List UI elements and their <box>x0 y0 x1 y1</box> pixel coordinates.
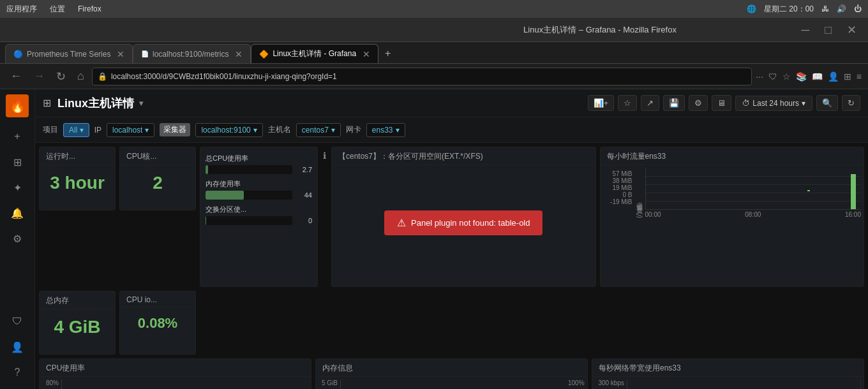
bar-value-cpu: 2.7 <box>296 166 312 173</box>
minimize-button[interactable]: ─ <box>797 23 813 37</box>
network-caret: ▾ <box>396 126 400 135</box>
chart-body-network: 00:00 08:00 16:00 <box>645 168 862 218</box>
panel-net-bw-title: 每秒网络带宽使用ens33 <box>592 359 864 377</box>
ip-label: IP <box>94 126 101 135</box>
zoom-button[interactable]: 🔍 <box>816 95 838 111</box>
tab-grafana[interactable]: 🔶 Linux主机详情 - Grafana ✕ <box>251 44 378 63</box>
back-button[interactable]: ← <box>6 68 26 84</box>
os-time: 星期二 20：00 <box>764 4 814 15</box>
os-browser[interactable]: Firefox <box>78 4 101 13</box>
os-apps[interactable]: 应用程序 <box>6 4 37 15</box>
more-icon[interactable]: ··· <box>756 71 763 82</box>
forward-button[interactable]: → <box>29 68 49 84</box>
bar-fill-mem <box>206 191 244 200</box>
sidebar-item-settings[interactable]: ⚙ <box>6 227 29 250</box>
tab-label-3: Linux主机详情 - Grafana <box>273 48 356 59</box>
sidebar-item-user[interactable]: 👤 <box>6 335 29 358</box>
net-bw-chart-area: 300 kbps 200 kbps <box>592 377 864 389</box>
sidebar-item-help[interactable]: ? <box>6 361 29 384</box>
sidebar-item-add[interactable]: + <box>6 125 29 148</box>
new-tab-button[interactable]: + <box>378 44 397 63</box>
hostname-select[interactable]: centos7 ▾ <box>296 123 341 137</box>
panel-cpu-title: CPU核... <box>120 147 195 165</box>
reader-icon[interactable]: 📖 <box>812 71 823 82</box>
y-label-38: 38 MiB <box>603 177 632 184</box>
panel-bars: 总CPU使用率 2.7 内存使用率 <box>200 147 318 287</box>
bookmark-icon[interactable]: ☆ <box>782 71 791 82</box>
nav-extras: ··· 🛡 ☆ 📚 📖 👤 ⊞ ≡ <box>756 71 862 82</box>
lock-icon: 🔒 <box>98 72 107 81</box>
os-bar-left: 应用程序 位置 Firefox <box>6 4 101 15</box>
network-bar-spike <box>851 174 856 209</box>
account-icon[interactable]: 👤 <box>828 71 839 82</box>
sidebar-item-explore[interactable]: ✦ <box>6 176 29 199</box>
extensions-icon[interactable]: ⊞ <box>844 71 851 82</box>
uptime-value: 3 hour <box>50 173 105 193</box>
refresh-dashboard-button[interactable]: ↻ <box>842 95 860 111</box>
os-location[interactable]: 位置 <box>50 4 65 15</box>
home-button[interactable]: ⌂ <box>73 68 88 84</box>
net-bw-y-axis: 300 kbps 200 kbps <box>595 379 627 389</box>
save-button[interactable]: 💾 <box>663 95 685 111</box>
tab-metrics[interactable]: 📄 localhost:9100/metrics ✕ <box>133 44 251 63</box>
project-select[interactable]: All ▾ <box>63 123 89 137</box>
tab-label-1: Prometheus Time Series <box>27 50 110 59</box>
dashboard-grid-icon: ⊞ <box>43 97 51 109</box>
lib-icon[interactable]: 📚 <box>796 71 807 82</box>
cpu-chart-body <box>61 379 308 389</box>
restore-button[interactable]: □ <box>821 23 835 37</box>
os-volume-icon: 🔊 <box>837 4 846 13</box>
tab-close-2[interactable]: ✕ <box>235 49 243 59</box>
ip-select[interactable]: localhost ▾ <box>107 123 154 137</box>
x-label-16: 16:00 <box>845 211 861 218</box>
network-bar-small <box>807 190 810 191</box>
dashboard-title: Linux主机详情 ▾ <box>57 96 143 111</box>
grafana-wrapper: 🔥 + ⊞ ✦ 🔔 ⚙ 🛡 👤 ? ⊞ Linux主机详情 ▾ 📊+ ☆ ↗ 💾… <box>0 89 868 389</box>
grafana-main: ⊞ Linux主机详情 ▾ 📊+ ☆ ↗ 💾 ⚙ 🖥 ⏱ Last 24 hou… <box>35 89 868 389</box>
panel-uptime-content: 3 hour <box>40 165 115 201</box>
title-caret[interactable]: ▾ <box>139 99 143 108</box>
tab-close-1[interactable]: ✕ <box>117 49 124 59</box>
os-icon: 🌐 <box>747 4 756 13</box>
tv-mode-button[interactable]: 🖥 <box>712 95 731 111</box>
collector-value: localhost:9100 <box>201 126 250 135</box>
chart-right-border <box>860 379 861 389</box>
panel-network-title: 每小时流量ens33 <box>601 147 864 165</box>
grafana-logo[interactable]: 🔥 <box>6 94 29 117</box>
collector-select[interactable]: localhost:9100 ▾ <box>195 123 262 137</box>
hamburger-icon[interactable]: ≡ <box>857 71 862 82</box>
address-bar[interactable]: 🔒 localhost:3000/d/9CWBzd1f0bik001/linux… <box>92 68 752 85</box>
y-label-57: 57 MiB <box>603 170 632 177</box>
network-select[interactable]: ens33 ▾ <box>366 123 405 137</box>
add-panel-button[interactable]: 📊+ <box>588 95 615 111</box>
mem-chart-area: 5 GiB 4 GiB 100% 75% <box>316 377 587 389</box>
project-value: All <box>69 126 77 135</box>
star-button[interactable]: ☆ <box>618 95 637 111</box>
mem-y-100: 100% <box>568 379 585 386</box>
y-axis-label-network: 量(字节/秒) <box>635 168 644 218</box>
share-button[interactable]: ↗ <box>641 95 659 111</box>
gridline-2 <box>646 184 862 185</box>
tab-favicon-2: 📄 <box>141 50 149 57</box>
sidebar-item-dashboard[interactable]: ⊞ <box>6 150 29 173</box>
bar-track-cpu <box>206 165 292 174</box>
sidebar-item-alerts[interactable]: 🔔 <box>6 202 29 224</box>
network-label: 网卡 <box>346 124 361 135</box>
tab-label-2: localhost:9100/metrics <box>153 50 228 59</box>
project-caret: ▾ <box>80 126 84 135</box>
collector-caret: ▾ <box>253 126 257 135</box>
tab-prometheus[interactable]: 🔵 Prometheus Time Series ✕ <box>5 44 133 63</box>
tab-close-3[interactable]: ✕ <box>363 49 370 59</box>
ip-caret: ▾ <box>145 126 149 135</box>
close-button[interactable]: ✕ <box>843 23 860 37</box>
settings-button[interactable]: ⚙ <box>689 95 708 111</box>
bar-label-mem: 内存使用率 <box>206 179 241 189</box>
bar-row-cpu: 2.7 <box>206 165 312 174</box>
total-mem-value: 4 GiB <box>54 317 100 337</box>
refresh-button[interactable]: ↻ <box>52 68 70 85</box>
panel-network-chart: 每小时流量ens33 57 MiB 38 MiB 19 MiB 0 B -19 … <box>600 147 865 287</box>
hostname-label: 主机名 <box>268 124 291 135</box>
time-range-button[interactable]: ⏱ Last 24 hours ▾ <box>735 96 812 111</box>
sidebar-item-shield[interactable]: 🛡 <box>6 310 29 333</box>
bar-value-mem: 44 <box>296 191 312 199</box>
